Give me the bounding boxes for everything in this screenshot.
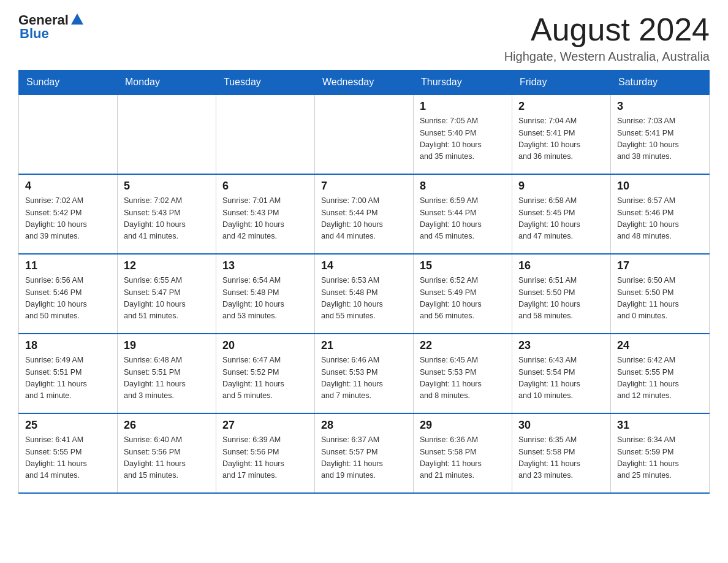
day-info: Sunrise: 6:51 AM Sunset: 5:50 PM Dayligh… [518, 275, 604, 323]
day-info: Sunrise: 6:45 AM Sunset: 5:53 PM Dayligh… [420, 354, 506, 402]
day-number: 26 [124, 419, 210, 432]
day-info: Sunrise: 6:59 AM Sunset: 5:44 PM Dayligh… [420, 195, 506, 243]
calendar-cell: 2Sunrise: 7:04 AM Sunset: 5:41 PM Daylig… [512, 94, 611, 174]
day-number: 21 [321, 339, 407, 352]
day-info: Sunrise: 6:46 AM Sunset: 5:53 PM Dayligh… [321, 354, 407, 402]
calendar-cell: 13Sunrise: 6:54 AM Sunset: 5:48 PM Dayli… [216, 254, 315, 334]
day-info: Sunrise: 6:50 AM Sunset: 5:50 PM Dayligh… [617, 275, 703, 323]
calendar-cell [315, 94, 414, 174]
month-title: August 2024 [504, 12, 710, 47]
day-info: Sunrise: 7:00 AM Sunset: 5:44 PM Dayligh… [321, 195, 407, 243]
day-info: Sunrise: 6:58 AM Sunset: 5:45 PM Dayligh… [518, 195, 604, 243]
calendar-cell: 4Sunrise: 7:02 AM Sunset: 5:42 PM Daylig… [19, 174, 118, 254]
day-info: Sunrise: 6:55 AM Sunset: 5:47 PM Dayligh… [124, 275, 210, 323]
calendar-cell: 25Sunrise: 6:41 AM Sunset: 5:55 PM Dayli… [19, 413, 118, 493]
calendar-week-3: 11Sunrise: 6:56 AM Sunset: 5:46 PM Dayli… [19, 254, 710, 334]
day-number: 18 [25, 339, 111, 352]
calendar-header-thursday: Thursday [414, 71, 512, 95]
calendar-cell [118, 94, 216, 174]
calendar-cell [216, 94, 315, 174]
logo-blue-text: Blue [20, 26, 49, 41]
day-info: Sunrise: 6:43 AM Sunset: 5:54 PM Dayligh… [518, 354, 604, 402]
day-number: 8 [420, 180, 506, 193]
day-number: 24 [617, 339, 703, 352]
calendar-cell: 11Sunrise: 6:56 AM Sunset: 5:46 PM Dayli… [19, 254, 118, 334]
calendar-cell: 17Sunrise: 6:50 AM Sunset: 5:50 PM Dayli… [611, 254, 710, 334]
day-number: 25 [25, 419, 111, 432]
calendar-cell: 9Sunrise: 6:58 AM Sunset: 5:45 PM Daylig… [512, 174, 611, 254]
calendar-week-5: 25Sunrise: 6:41 AM Sunset: 5:55 PM Dayli… [19, 413, 710, 493]
day-number: 2 [518, 100, 604, 113]
calendar-header-tuesday: Tuesday [216, 71, 315, 95]
calendar-cell: 31Sunrise: 6:34 AM Sunset: 5:59 PM Dayli… [611, 413, 710, 493]
day-info: Sunrise: 6:52 AM Sunset: 5:49 PM Dayligh… [420, 275, 506, 323]
calendar-header-monday: Monday [118, 71, 216, 95]
calendar-cell: 6Sunrise: 7:01 AM Sunset: 5:43 PM Daylig… [216, 174, 315, 254]
day-info: Sunrise: 6:39 AM Sunset: 5:56 PM Dayligh… [222, 434, 308, 482]
logo-triangle-icon [71, 13, 83, 28]
day-number: 3 [617, 100, 703, 113]
calendar-header-saturday: Saturday [611, 71, 710, 95]
day-info: Sunrise: 7:02 AM Sunset: 5:42 PM Dayligh… [25, 195, 111, 243]
day-info: Sunrise: 6:36 AM Sunset: 5:58 PM Dayligh… [420, 434, 506, 482]
day-info: Sunrise: 7:04 AM Sunset: 5:41 PM Dayligh… [518, 115, 604, 163]
calendar-header-wednesday: Wednesday [315, 71, 414, 95]
calendar-cell: 22Sunrise: 6:45 AM Sunset: 5:53 PM Dayli… [414, 334, 512, 413]
day-info: Sunrise: 6:37 AM Sunset: 5:57 PM Dayligh… [321, 434, 407, 482]
day-info: Sunrise: 6:56 AM Sunset: 5:46 PM Dayligh… [25, 275, 111, 323]
calendar-header-row: SundayMondayTuesdayWednesdayThursdayFrid… [19, 71, 710, 95]
day-number: 11 [25, 259, 111, 272]
day-number: 30 [518, 419, 604, 432]
day-info: Sunrise: 6:47 AM Sunset: 5:52 PM Dayligh… [222, 354, 308, 402]
day-number: 4 [25, 180, 111, 193]
day-info: Sunrise: 6:49 AM Sunset: 5:51 PM Dayligh… [25, 354, 111, 402]
calendar-cell: 15Sunrise: 6:52 AM Sunset: 5:49 PM Dayli… [414, 254, 512, 334]
day-number: 28 [321, 419, 407, 432]
day-number: 5 [124, 180, 210, 193]
calendar-header-friday: Friday [512, 71, 611, 95]
calendar-cell: 7Sunrise: 7:00 AM Sunset: 5:44 PM Daylig… [315, 174, 414, 254]
day-number: 29 [420, 419, 506, 432]
logo: General Blue [18, 12, 83, 42]
day-info: Sunrise: 6:54 AM Sunset: 5:48 PM Dayligh… [222, 275, 308, 323]
day-info: Sunrise: 6:34 AM Sunset: 5:59 PM Dayligh… [617, 434, 703, 482]
day-number: 22 [420, 339, 506, 352]
day-info: Sunrise: 6:35 AM Sunset: 5:58 PM Dayligh… [518, 434, 604, 482]
calendar-header-sunday: Sunday [19, 71, 118, 95]
calendar-cell: 8Sunrise: 6:59 AM Sunset: 5:44 PM Daylig… [414, 174, 512, 254]
calendar-cell: 26Sunrise: 6:40 AM Sunset: 5:56 PM Dayli… [118, 413, 216, 493]
day-number: 15 [420, 259, 506, 272]
day-number: 19 [124, 339, 210, 352]
day-info: Sunrise: 6:48 AM Sunset: 5:51 PM Dayligh… [124, 354, 210, 402]
calendar-cell: 1Sunrise: 7:05 AM Sunset: 5:40 PM Daylig… [414, 94, 512, 174]
calendar-cell: 5Sunrise: 7:02 AM Sunset: 5:43 PM Daylig… [118, 174, 216, 254]
title-section: August 2024 Highgate, Western Australia,… [504, 12, 710, 64]
day-info: Sunrise: 6:41 AM Sunset: 5:55 PM Dayligh… [25, 434, 111, 482]
calendar-cell: 27Sunrise: 6:39 AM Sunset: 5:56 PM Dayli… [216, 413, 315, 493]
day-info: Sunrise: 6:40 AM Sunset: 5:56 PM Dayligh… [124, 434, 210, 482]
calendar-cell: 23Sunrise: 6:43 AM Sunset: 5:54 PM Dayli… [512, 334, 611, 413]
calendar-week-2: 4Sunrise: 7:02 AM Sunset: 5:42 PM Daylig… [19, 174, 710, 254]
calendar-cell: 3Sunrise: 7:03 AM Sunset: 5:41 PM Daylig… [611, 94, 710, 174]
day-number: 7 [321, 180, 407, 193]
day-info: Sunrise: 7:02 AM Sunset: 5:43 PM Dayligh… [124, 195, 210, 243]
calendar-cell: 28Sunrise: 6:37 AM Sunset: 5:57 PM Dayli… [315, 413, 414, 493]
day-number: 23 [518, 339, 604, 352]
page-header: General Blue August 2024 Highgate, Weste… [18, 12, 710, 64]
day-info: Sunrise: 7:03 AM Sunset: 5:41 PM Dayligh… [617, 115, 703, 163]
calendar-cell: 20Sunrise: 6:47 AM Sunset: 5:52 PM Dayli… [216, 334, 315, 413]
day-info: Sunrise: 6:57 AM Sunset: 5:46 PM Dayligh… [617, 195, 703, 243]
day-info: Sunrise: 6:53 AM Sunset: 5:48 PM Dayligh… [321, 275, 407, 323]
day-number: 12 [124, 259, 210, 272]
calendar-week-1: 1Sunrise: 7:05 AM Sunset: 5:40 PM Daylig… [19, 94, 710, 174]
calendar-cell: 16Sunrise: 6:51 AM Sunset: 5:50 PM Dayli… [512, 254, 611, 334]
day-number: 14 [321, 259, 407, 272]
day-number: 20 [222, 339, 308, 352]
day-number: 13 [222, 259, 308, 272]
location-subtitle: Highgate, Western Australia, Australia [504, 50, 710, 64]
calendar-week-4: 18Sunrise: 6:49 AM Sunset: 5:51 PM Dayli… [19, 334, 710, 413]
calendar-table: SundayMondayTuesdayWednesdayThursdayFrid… [18, 70, 710, 494]
calendar-cell: 21Sunrise: 6:46 AM Sunset: 5:53 PM Dayli… [315, 334, 414, 413]
day-number: 16 [518, 259, 604, 272]
svg-marker-0 [71, 13, 83, 25]
